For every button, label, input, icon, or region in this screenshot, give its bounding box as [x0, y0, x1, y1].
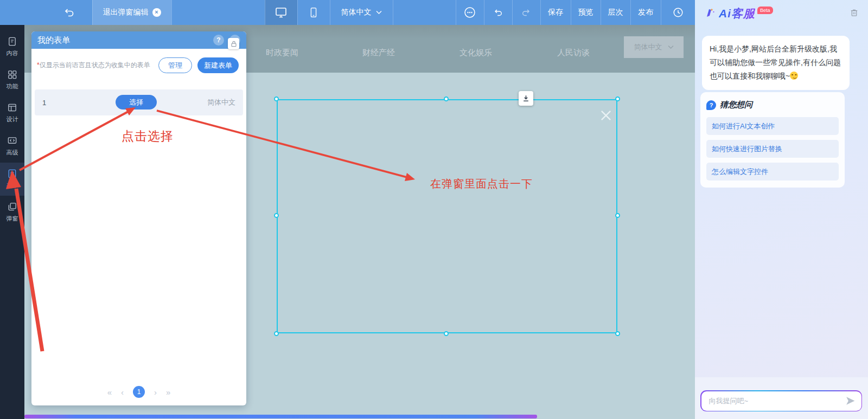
- sidebar-item-popup[interactable]: 弹窗: [0, 196, 24, 229]
- my-forms-panel-header: 我的表单 ? ×: [31, 31, 246, 49]
- undo-button[interactable]: [484, 0, 512, 25]
- desktop-icon: [275, 6, 288, 19]
- resize-handle-top-right[interactable]: [615, 96, 620, 101]
- send-button[interactable]: [845, 395, 856, 407]
- smile-emoji: [790, 72, 798, 80]
- preview-label: 预览: [578, 8, 593, 17]
- ai-logo-text: Ai客服: [719, 6, 755, 21]
- undo-icon: [493, 7, 503, 18]
- suggested-questions-title: 猜您想问: [720, 100, 752, 110]
- layers-label: 层次: [608, 8, 623, 17]
- redo-button[interactable]: [512, 0, 540, 25]
- suggested-questions-card: ? 猜您想问 如何进行AI文本创作 如何快速进行图片替换 怎么编辑文字控件: [700, 92, 845, 188]
- sidebar-label-popup: 弹窗: [7, 215, 18, 223]
- suggested-questions-header: ? 猜您想问: [706, 100, 839, 110]
- trash-icon: [849, 8, 859, 18]
- desktop-view-button[interactable]: [265, 0, 297, 25]
- magic-wand-icon: [704, 6, 717, 19]
- mobile-view-button[interactable]: [297, 0, 330, 25]
- bottom-scroll-bar[interactable]: [24, 415, 537, 418]
- ellipsis-circle-icon: [463, 6, 476, 19]
- suggestion-item-ai-text[interactable]: 如何进行AI文本创作: [706, 117, 839, 135]
- resize-handle-mid-right[interactable]: [615, 213, 620, 218]
- publish-label: 发布: [638, 8, 653, 17]
- popup-windows-icon: [7, 202, 17, 212]
- top-toolbar: 退出弹窗编辑 × 简体中文 保存 预览 层次: [0, 0, 695, 25]
- history-clock-icon: [672, 7, 684, 18]
- sidebar-label-form: 表单: [7, 182, 18, 190]
- close-x-icon: [598, 108, 614, 123]
- resize-handle-top-left[interactable]: [274, 96, 279, 101]
- sidebar-item-design[interactable]: 设计: [0, 96, 24, 130]
- popup-selection-box[interactable]: [277, 99, 617, 333]
- ai-greeting-text: Hi,我是小梦,网站后台全新升级改版,我可以辅助您做一些常见操作,有什么问题也可…: [710, 44, 841, 80]
- layers-button[interactable]: 层次: [601, 0, 630, 25]
- resize-handle-top-center[interactable]: [444, 96, 449, 101]
- form-row-language: 简体中文: [207, 98, 235, 107]
- resize-handle-bottom-center[interactable]: [444, 331, 449, 336]
- preview-button[interactable]: 预览: [571, 0, 601, 25]
- app-root: 时政要闻 财经产经 文化娱乐 人民访谈 简体中文: [0, 0, 868, 419]
- ai-question-input[interactable]: [709, 397, 845, 405]
- back-undo-icon: [62, 6, 75, 19]
- exit-popup-edit-tab[interactable]: 退出弹窗编辑 ×: [92, 0, 171, 25]
- popup-close-button[interactable]: [598, 108, 614, 123]
- my-forms-subheader: *仅显示当前语言且状态为收集中的表单 管理 新建表单: [31, 49, 246, 79]
- ai-input-border: [700, 390, 862, 411]
- new-form-button[interactable]: 新建表单: [197, 57, 239, 73]
- pagination-prev[interactable]: ‹: [121, 388, 124, 397]
- send-arrow-icon: [845, 395, 856, 407]
- ai-assistant-panel: Ai客服 Beta Hi,我是小梦,网站后台全新升级改版,我可以辅助您做一些常见…: [695, 0, 868, 419]
- publish-button[interactable]: 发布: [630, 0, 661, 25]
- select-form-button[interactable]: 选择: [116, 95, 157, 109]
- nav-item-politics[interactable]: 时政要闻: [266, 48, 298, 58]
- my-forms-panel: 我的表单 ? × *仅显示当前语言且状态为收集中的表单 管理 新建表单 1 选择…: [31, 31, 246, 405]
- design-layout-icon: [7, 102, 17, 113]
- pagination-last[interactable]: »: [166, 388, 170, 397]
- left-sidebar: 内容 功能 设计 高级 表单 弹窗: [0, 25, 24, 419]
- pagination-first[interactable]: «: [107, 388, 112, 397]
- tab-close-icon[interactable]: ×: [152, 8, 161, 17]
- ai-input-area: [695, 377, 868, 419]
- form-row-index: 1: [42, 99, 46, 107]
- site-language-label: 简体中文: [634, 42, 662, 52]
- nav-item-interview[interactable]: 人民访谈: [557, 48, 590, 58]
- toolbar-language-label: 简体中文: [341, 8, 372, 17]
- sidebar-label-advanced: 高级: [7, 149, 18, 157]
- suggestion-item-edit-text[interactable]: 怎么编辑文字控件: [706, 163, 839, 181]
- question-bubble-icon: ?: [706, 100, 716, 110]
- sidebar-item-advanced[interactable]: 高级: [0, 130, 24, 163]
- manage-button[interactable]: 管理: [158, 57, 192, 73]
- ai-greeting-bubble: Hi,我是小梦,网站后台全新升级改版,我可以辅助您做一些常见操作,有什么问题也可…: [702, 36, 850, 90]
- download-button[interactable]: [519, 91, 533, 106]
- forms-filter-note: *仅显示当前语言且状态为收集中的表单: [37, 61, 150, 70]
- toolbar-language-dropdown[interactable]: 简体中文: [330, 0, 393, 25]
- pagination-current-page[interactable]: 1: [133, 386, 145, 398]
- more-options-button[interactable]: [456, 0, 484, 25]
- resize-handle-mid-left[interactable]: [274, 213, 279, 218]
- pagination-next[interactable]: ›: [154, 388, 157, 397]
- lock-badge: [228, 38, 239, 49]
- pagination: « ‹ 1 › »: [31, 386, 246, 398]
- save-button[interactable]: 保存: [540, 0, 571, 25]
- save-label: 保存: [548, 8, 563, 17]
- resize-handle-bottom-right[interactable]: [615, 331, 620, 336]
- help-button[interactable]: ?: [213, 35, 224, 46]
- sidebar-item-content[interactable]: 内容: [0, 30, 24, 63]
- redo-icon: [521, 7, 532, 18]
- sidebar-label-content: 内容: [7, 49, 18, 57]
- exit-back-button[interactable]: [56, 0, 81, 25]
- clear-chat-button[interactable]: [849, 8, 859, 20]
- history-button[interactable]: [661, 0, 695, 25]
- site-language-dropdown[interactable]: 简体中文: [624, 36, 684, 58]
- nav-item-finance[interactable]: 财经产经: [362, 48, 395, 58]
- nav-item-culture[interactable]: 文化娱乐: [459, 48, 492, 58]
- sidebar-item-form[interactable]: 表单: [0, 163, 24, 196]
- resize-handle-bottom-left[interactable]: [274, 331, 279, 336]
- lock-icon: [230, 40, 238, 48]
- suggestion-item-image-replace[interactable]: 如何快速进行图片替换: [706, 140, 839, 158]
- form-table-row: 1 选择 简体中文: [35, 89, 243, 115]
- mobile-icon: [308, 7, 320, 18]
- chevron-down-icon: [376, 10, 382, 15]
- sidebar-item-function[interactable]: 功能: [0, 63, 24, 96]
